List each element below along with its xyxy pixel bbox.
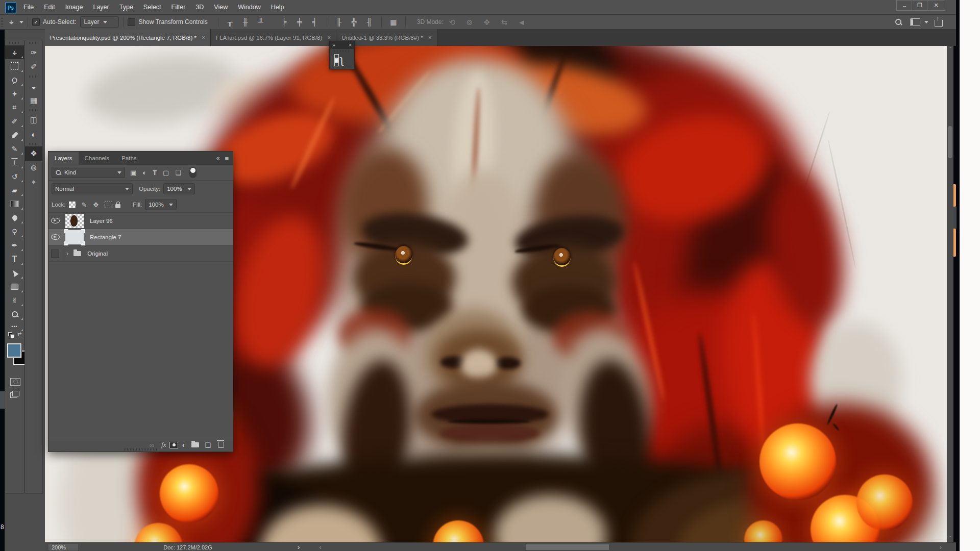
type-tool[interactable]: T [5, 252, 24, 266]
vertical-scroll-thumb[interactable] [948, 126, 952, 158]
dock-brushes[interactable]: ✐ [25, 60, 42, 74]
scroll-right-icon[interactable]: › [940, 543, 942, 551]
auto-select-dropdown[interactable]: Layer [80, 16, 119, 28]
tab-layers[interactable]: Layers [48, 152, 79, 165]
align-right-edges-icon[interactable]: ╡ [307, 18, 323, 26]
distribute-top-icon[interactable]: ╟ [331, 18, 347, 26]
scroll-up-icon[interactable]: ˆ [947, 47, 953, 53]
dock-swatches[interactable]: ▦ [25, 93, 42, 108]
lock-transparency-icon[interactable] [69, 202, 76, 208]
swap-colors-icon[interactable]: ⇄ [17, 331, 21, 337]
eraser-tool[interactable]: ▰ [5, 183, 24, 197]
blur-tool[interactable] [5, 211, 24, 224]
layer-row-original-group[interactable]: › Original [48, 245, 233, 262]
add-mask-icon[interactable] [169, 442, 178, 448]
menu-help[interactable]: Help [266, 4, 289, 11]
auto-select-checkbox[interactable]: ✓ [32, 18, 40, 26]
filter-type-layers-icon[interactable]: T [153, 169, 157, 177]
align-top-edges-icon[interactable]: ╥ [223, 18, 238, 26]
history-brush-tool[interactable]: ↺ [5, 169, 24, 183]
edit-toolbar-button[interactable]: ••• [5, 321, 24, 332]
align-bottom-edges-icon[interactable]: ╨ [253, 18, 268, 26]
show-transform-checkbox[interactable] [128, 18, 135, 26]
new-group-icon[interactable] [191, 442, 199, 447]
tab-channels[interactable]: Channels [79, 152, 116, 165]
3d-slide-icon[interactable]: ⇆ [496, 18, 513, 26]
menu-3d[interactable]: 3D [190, 4, 209, 11]
rectangle-tool[interactable] [5, 280, 24, 293]
quick-selection-tool[interactable]: ✦ [5, 87, 24, 101]
align-left-edges-icon[interactable]: ╞ [277, 18, 292, 26]
3d-camera-icon[interactable]: ◄ [513, 18, 530, 26]
distribute-spacing-icon[interactable]: ▦ [386, 18, 401, 26]
filter-shape-layers-icon[interactable]: ▢ [163, 169, 169, 177]
layer-style-icon[interactable]: fx [161, 441, 166, 449]
menu-image[interactable]: Image [60, 4, 88, 11]
pen-tool[interactable]: ✒ [5, 238, 24, 252]
3d-orbit-icon[interactable]: ⟲ [444, 18, 461, 26]
minimize-button[interactable]: – [896, 0, 913, 11]
visibility-toggle[interactable] [48, 213, 62, 229]
dock-adjustments[interactable]: ◐ [25, 127, 42, 141]
fill-field[interactable]: 100% [145, 199, 177, 210]
dock-channels[interactable]: ⊚ [25, 161, 42, 175]
menu-view[interactable]: View [209, 4, 233, 11]
workspace-caret[interactable] [924, 21, 928, 23]
lock-position-icon[interactable]: ✥ [93, 201, 99, 209]
move-tool[interactable]: ↔↕ [5, 45, 24, 59]
dock-paths[interactable]: ⌖ [25, 175, 42, 189]
scroll-left-icon[interactable]: ‹ [319, 543, 321, 551]
layer-row-layer-96[interactable]: Layer 96 [48, 213, 233, 229]
lock-artboard-icon[interactable] [105, 202, 112, 208]
quick-mask-button[interactable] [10, 378, 20, 386]
search-icon[interactable] [895, 19, 902, 26]
tab-close-icon[interactable]: × [202, 34, 205, 41]
tab-close-icon[interactable]: × [327, 34, 331, 41]
tab-paths[interactable]: Paths [115, 152, 142, 165]
zoom-tool[interactable] [5, 307, 24, 321]
photoshop-logo[interactable]: Ps [5, 2, 16, 13]
align-vertical-centers-icon[interactable]: ╫ [238, 18, 253, 26]
filter-kind-dropdown[interactable]: Kind [52, 167, 125, 178]
menu-window[interactable]: Window [233, 4, 265, 11]
dock-color[interactable]: ◒ [25, 79, 42, 93]
panel-resize-grip[interactable] [124, 448, 157, 450]
menu-edit[interactable]: Edit [39, 4, 60, 11]
disclosure-icon[interactable]: › [66, 249, 68, 257]
tab-flatart[interactable]: FLATart.psd @ 16.7% (Layer 91, RGB/8) × [211, 29, 336, 46]
scroll-down-icon[interactable]: ˇ [947, 536, 953, 541]
share-icon[interactable]: ↑ [935, 20, 943, 27]
foreground-color-swatch[interactable] [7, 343, 21, 358]
lock-paint-icon[interactable]: ✎ [82, 201, 87, 209]
visibility-toggle[interactable] [48, 229, 62, 245]
dodge-tool[interactable]: ⚲ [5, 224, 24, 238]
path-selection-tool[interactable] [5, 266, 24, 280]
visibility-toggle[interactable] [48, 245, 62, 261]
link-layers-icon[interactable]: ∞ [150, 441, 154, 449]
menu-file[interactable]: File [18, 4, 39, 11]
new-layer-icon[interactable]: ❏ [205, 441, 211, 449]
zoom-level-field[interactable]: 200% [48, 544, 78, 550]
delete-layer-icon[interactable] [218, 442, 224, 448]
lasso-tool[interactable]: Ϙ [5, 73, 24, 87]
menu-layer[interactable]: Layer [88, 4, 114, 11]
filter-adjustment-layers-icon[interactable]: ◐ [142, 169, 146, 177]
crop-tool[interactable]: ⌗ [5, 101, 24, 114]
tab-presentationquality[interactable]: Presentationquality.psd @ 200% (Rectangl… [45, 29, 211, 46]
vertical-scrollbar[interactable]: ˆ ˇ [947, 46, 953, 542]
gradient-tool[interactable] [5, 197, 24, 211]
close-panel-icon[interactable]: × [349, 42, 352, 48]
clone-stamp-tool[interactable]: ⊥ [5, 156, 24, 169]
default-colors-icon[interactable] [8, 332, 14, 338]
hand-tool[interactable]: ✌ [5, 293, 24, 307]
opacity-field[interactable]: 100% [163, 183, 195, 194]
status-next-icon[interactable]: › [298, 543, 300, 551]
history-panel-icon[interactable]: ʅ [334, 54, 350, 67]
collapse-panel-icon[interactable]: « [216, 155, 220, 162]
dock-brush-settings[interactable]: ✑ [25, 45, 42, 60]
menu-select[interactable]: Select [138, 4, 166, 11]
close-button[interactable]: ✕ [927, 0, 945, 11]
blend-mode-dropdown[interactable]: Normal [52, 183, 133, 194]
eyedropper-tool[interactable]: ✐ [5, 114, 24, 128]
workspace-icon[interactable] [910, 18, 920, 26]
